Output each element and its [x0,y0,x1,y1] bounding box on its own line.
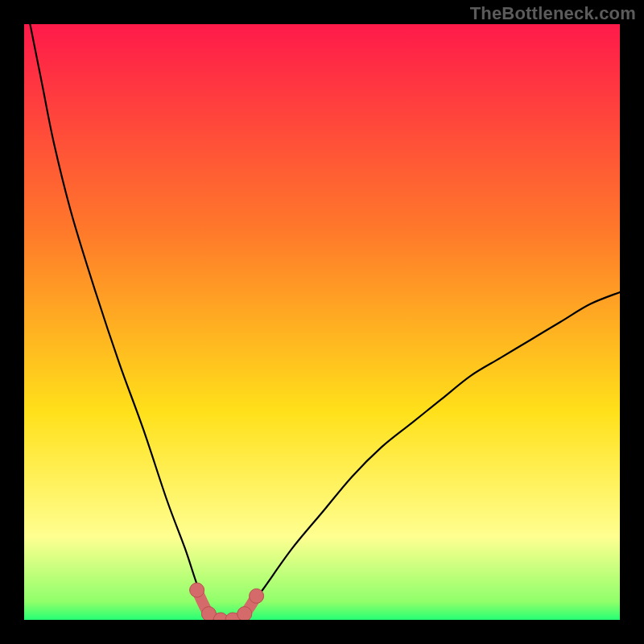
bottleneck-chart [24,24,620,620]
watermark-text: TheBottleneck.com [470,3,636,24]
chart-frame: TheBottleneck.com [0,0,644,644]
sweet-spot-dot [190,583,204,597]
sweet-spot-dot [250,588,264,603]
heat-gradient [24,24,620,620]
plot-area [24,24,620,620]
sweet-spot-dot [237,607,252,620]
